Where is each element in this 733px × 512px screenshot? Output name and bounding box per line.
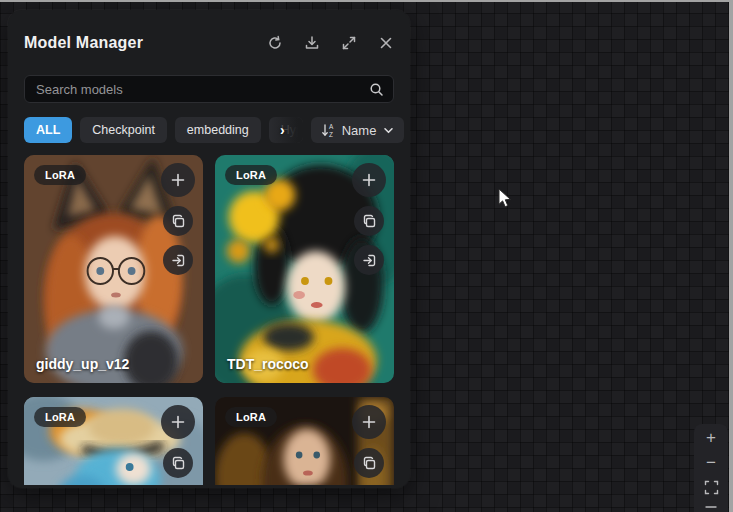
model-card[interactable]: LoRA [24, 397, 203, 485]
model-type-badge: LoRA [225, 407, 277, 427]
zoom-out-button[interactable]: − [698, 451, 724, 476]
search-input[interactable] [34, 81, 361, 98]
model-cards-grid: LoRA giddy_up_v12 [24, 155, 394, 485]
plus-icon[interactable] [352, 405, 386, 439]
model-type-badge: LoRA [225, 165, 277, 185]
filter-chip-embedding[interactable]: embedding [175, 117, 261, 144]
model-type-badge: LoRA [34, 165, 86, 185]
search-icon[interactable] [369, 82, 384, 97]
window-frame-right [729, 0, 733, 512]
model-card[interactable]: LoRA [215, 397, 394, 485]
viewport-toolbar: + − [694, 424, 728, 512]
filter-row: ALL Checkpoint embedding Hype › A Z Name [24, 117, 394, 143]
model-card[interactable]: LoRA TDT_rococo [215, 155, 394, 383]
svg-text:A: A [329, 123, 334, 130]
close-icon[interactable] [378, 35, 394, 51]
plus-icon[interactable] [161, 405, 195, 439]
header-actions [267, 35, 394, 51]
card-actions [352, 405, 386, 478]
copy-icon[interactable] [163, 448, 193, 478]
filter-chip-all[interactable]: ALL [24, 117, 72, 144]
model-type-badge: LoRA [34, 407, 86, 427]
refresh-icon[interactable] [267, 35, 283, 51]
sort-label: Name [342, 123, 377, 138]
expand-icon[interactable] [341, 35, 357, 51]
filter-chip-checkpoint[interactable]: Checkpoint [80, 117, 167, 144]
model-name: TDT_rococo [227, 356, 309, 372]
copy-icon[interactable] [163, 206, 193, 236]
model-name: giddy_up_v12 [36, 356, 129, 372]
sort-alpha-icon: A Z [321, 123, 335, 138]
plus-icon[interactable] [352, 163, 386, 197]
card-actions [161, 163, 195, 275]
import-icon[interactable] [163, 245, 193, 275]
toolbar-partial-icon[interactable] [698, 500, 724, 512]
card-actions [352, 163, 386, 275]
plus-icon[interactable] [161, 163, 195, 197]
filter-chip-hypernetwork[interactable]: Hype › [269, 117, 303, 144]
model-manager-panel: Model Manager [8, 10, 410, 488]
zoom-in-button[interactable]: + [698, 426, 724, 451]
copy-icon[interactable] [354, 448, 384, 478]
svg-text:Z: Z [329, 130, 333, 137]
fit-view-icon[interactable] [698, 475, 724, 500]
import-icon[interactable] [354, 245, 384, 275]
search-box [24, 75, 394, 103]
chevron-right-icon[interactable]: › [280, 123, 285, 137]
chevron-down-icon [383, 125, 394, 136]
card-actions [161, 405, 195, 478]
window-frame-top [0, 0, 733, 2]
page-title: Model Manager [24, 34, 143, 52]
sort-dropdown[interactable]: A Z Name [311, 117, 405, 143]
model-card[interactable]: LoRA giddy_up_v12 [24, 155, 203, 383]
copy-icon[interactable] [354, 206, 384, 236]
panel-header: Model Manager [24, 30, 394, 56]
download-icon[interactable] [304, 35, 320, 51]
